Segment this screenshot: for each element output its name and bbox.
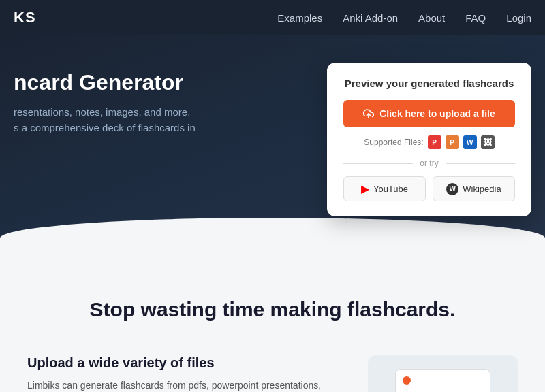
upload-panel: Preview your generated flashcards Click … xyxy=(327,63,531,216)
hero-left: ncard Generator resentations, notes, ima… xyxy=(14,63,327,135)
feature-illustration xyxy=(368,355,518,392)
nav-anki-addon[interactable]: Anki Add-on xyxy=(343,12,398,24)
navbar: KS Examples Anki Add-on About FAQ Login xyxy=(0,0,545,35)
nav-faq[interactable]: FAQ xyxy=(465,12,486,24)
alt-source-buttons: ▶ YouTube W Wikipedia xyxy=(343,176,515,201)
tagline-heading: Stop wasting time making flashcards. xyxy=(14,298,531,321)
divider-right xyxy=(446,163,515,164)
supported-label: Supported Files: xyxy=(364,137,423,147)
feature-heading: Upload a wide variety of files xyxy=(27,355,341,371)
hero-subtitle-line1: resentations, notes, images, and more. xyxy=(14,105,327,120)
divider-text: or try xyxy=(420,159,438,168)
pdf-icon: P xyxy=(428,135,441,149)
supported-files: Supported Files: P P W 🖼 xyxy=(343,135,515,149)
divider: or try xyxy=(343,159,515,168)
wikipedia-button[interactable]: W Wikipedia xyxy=(433,176,515,201)
tagline-section: Stop wasting time making flashcards. xyxy=(0,271,545,335)
doc-icon: W xyxy=(463,135,477,149)
wikipedia-icon: W xyxy=(446,183,458,195)
hero-section: ncard Generator resentations, notes, ima… xyxy=(0,35,545,271)
feature-body: Limbiks can generate flashcards from pdf… xyxy=(27,378,341,392)
nav-links: Examples Anki Add-on About FAQ Login xyxy=(277,12,531,24)
ppt-icon: P xyxy=(446,135,459,149)
img-icon: 🖼 xyxy=(481,135,495,149)
upload-icon xyxy=(363,108,374,119)
nav-login[interactable]: Login xyxy=(506,12,531,24)
illustration-card xyxy=(395,369,490,392)
youtube-button[interactable]: ▶ YouTube xyxy=(343,176,426,201)
hero-title: ncard Generator xyxy=(14,69,327,95)
divider-left xyxy=(343,163,413,164)
nav-about[interactable]: About xyxy=(418,12,445,24)
logo: KS xyxy=(14,9,36,27)
illus-dot xyxy=(403,376,411,385)
youtube-icon: ▶ xyxy=(361,182,369,195)
hero-subtitle-line2: s a comprehensive deck of flashcards in xyxy=(14,120,327,136)
features-section: Upload a wide variety of files Limbiks c… xyxy=(0,335,545,392)
upload-button[interactable]: Click here to upload a file xyxy=(343,100,515,127)
feature-text: Upload a wide variety of files Limbiks c… xyxy=(27,355,341,392)
person-figure xyxy=(480,389,511,392)
nav-examples[interactable]: Examples xyxy=(277,12,322,24)
preview-title: Preview your generated flashcards xyxy=(343,78,515,89)
